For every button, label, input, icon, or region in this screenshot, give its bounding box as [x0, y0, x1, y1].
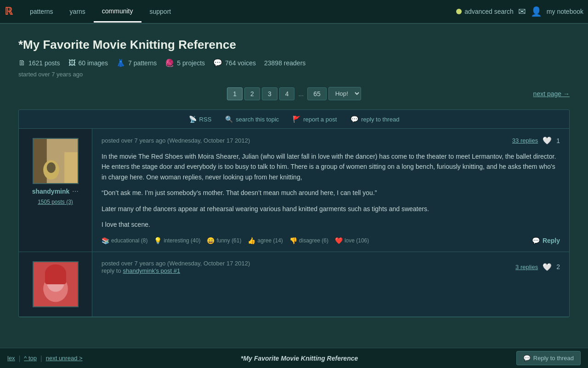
post-avatar-col-1: shandymink ⋯ 1505 posts (3) [19, 129, 92, 252]
reply-btn-1[interactable]: 💬 Reply [532, 237, 560, 244]
main-content: *My Favorite Movie Knitting Reference 🗎 … [0, 24, 588, 317]
reaction-agree[interactable]: 👍 agree (14) [248, 237, 283, 244]
nav-yarns[interactable]: yarns [62, 1, 94, 22]
thread-started: started over 7 years ago [18, 71, 570, 78]
post-body-p4: I love that scene. [102, 219, 560, 230]
nav-patterns[interactable]: patterns [22, 1, 62, 22]
reaction-educational[interactable]: 📚 educational (8) [102, 237, 147, 244]
reply-icon: 💬 [351, 115, 358, 123]
avatar-image-1 [34, 138, 78, 184]
rss-btn[interactable]: 📡 RSS [189, 115, 212, 123]
top-link[interactable]: ^ top [24, 355, 37, 362]
advanced-search-link[interactable]: advanced search [456, 8, 514, 15]
post-date-1: posted over 7 years ago (Wednesday, Octo… [102, 137, 250, 144]
username-menu-1[interactable]: ⋯ [72, 188, 79, 195]
report-post-btn[interactable]: 🚩 report a post [293, 115, 337, 123]
projects-icon: 🧶 [165, 58, 174, 67]
topic-toolbar: 📡 RSS 🔍 search this topic 🚩 report a pos… [19, 110, 569, 129]
stat-patterns: 👗 7 patterns [116, 58, 157, 67]
nav-community[interactable]: community [94, 1, 141, 23]
svg-rect-9 [45, 271, 66, 285]
svg-rect-2 [64, 152, 78, 183]
reaction-disagree[interactable]: 👎 disagree (6) [289, 237, 328, 244]
stat-projects: 🧶 5 projects [165, 58, 205, 67]
my-notebook-link[interactable]: my notebook [547, 8, 583, 15]
stat-posts: 🗎 1621 posts [18, 59, 60, 67]
heart-icon-1: 🤍 [543, 136, 552, 145]
sep2: | [40, 355, 42, 362]
patterns-icon: 👗 [116, 58, 125, 67]
lex-link[interactable]: lex [7, 355, 15, 362]
funny-icon: 😄 [207, 237, 215, 244]
svg-point-4 [46, 162, 55, 173]
stat-voices: 💬 764 voices [213, 58, 256, 67]
post-body-p3: Later many of the dancers appear at rehe… [102, 204, 560, 214]
post-avatar-col-2 [19, 252, 92, 316]
thread-title: *My Favorite Movie Knitting Reference [18, 38, 570, 52]
avatar-2 [33, 261, 79, 307]
username-1[interactable]: shandymink [32, 188, 70, 195]
educational-icon: 📚 [102, 237, 109, 244]
next-page-link[interactable]: next page → [533, 90, 570, 98]
post-meta-2: posted over 7 years ago (Wednesday, Octo… [102, 259, 560, 274]
page-4-btn[interactable]: 4 [279, 87, 295, 100]
replies-link-1[interactable]: 33 replies [512, 137, 538, 144]
nav-support[interactable]: support [141, 1, 180, 22]
sep1: | [19, 355, 21, 362]
post-reactions-1: 📚 educational (8) 💡 interesting (40) 😄 f… [102, 237, 560, 244]
reaction-funny[interactable]: 😄 funny (61) [207, 237, 241, 244]
page-last-btn[interactable]: 65 [307, 87, 327, 100]
bottom-bar: lex | ^ top | next unread > *My Favorite… [0, 348, 588, 368]
post-replies-col-1: 33 replies 🤍 1 [512, 136, 560, 145]
post-num-1: 1 [556, 137, 560, 144]
topic-box: 📡 RSS 🔍 search this topic 🚩 report a pos… [18, 109, 570, 317]
disagree-icon: 👎 [289, 237, 297, 244]
agree-icon: 👍 [248, 237, 255, 244]
next-unread-link[interactable]: next unread > [46, 355, 83, 362]
user-posts-1[interactable]: 1505 posts (3) [38, 199, 73, 205]
stat-images: 🖼 60 images [68, 59, 108, 67]
post-body-p1: In the movie The Red Shoes with Moira Sh… [102, 151, 560, 182]
page-2-btn[interactable]: 2 [244, 87, 260, 100]
user-icon[interactable]: 👤 [531, 6, 542, 17]
reply-to-thread-btn[interactable]: 💬 Reply to thread [516, 351, 581, 365]
avatar-1 [33, 138, 79, 184]
pagination: 1 2 3 4 ... 65 Hop! next page → [18, 87, 570, 100]
love-icon: ❤️ [335, 237, 343, 244]
interesting-icon: 💡 [154, 237, 162, 244]
post-row-1: shandymink ⋯ 1505 posts (3) posted over … [19, 129, 569, 252]
voices-icon: 💬 [213, 58, 222, 67]
hop-select[interactable]: Hop! [328, 87, 361, 100]
stat-readers: 23898 readers [264, 59, 305, 67]
page-dots: ... [296, 90, 305, 98]
post-date-2: posted over 7 years ago (Wednesday, Octo… [102, 260, 250, 267]
reaction-love[interactable]: ❤️ love (106) [335, 237, 369, 244]
search-dot-icon [456, 9, 462, 14]
heart-icon-2: 🤍 [543, 263, 552, 271]
svg-rect-1 [34, 139, 47, 183]
thread-stats: 🗎 1621 posts 🖼 60 images 👗 7 patterns 🧶 … [18, 58, 570, 67]
post-replies-col-2: 3 replies 🤍 2 [515, 263, 560, 271]
reply-bubble-icon: 💬 [532, 237, 540, 244]
reaction-interesting[interactable]: 💡 interesting (40) [154, 237, 200, 244]
search-topic-btn[interactable]: 🔍 search this topic [225, 115, 279, 123]
post-meta-1: posted over 7 years ago (Wednesday, Octo… [102, 136, 560, 145]
mail-icon[interactable]: ✉ [518, 6, 526, 17]
rss-icon: 📡 [189, 115, 197, 123]
navbar: ℝ patterns yarns community support advan… [0, 0, 588, 24]
reply-to-link-2[interactable]: shandymink's post #1 [123, 267, 181, 274]
nav-logo: ℝ [5, 6, 12, 17]
posts-icon: 🗎 [18, 59, 26, 67]
bottom-title: *My Favorite Movie Knitting Reference [86, 355, 513, 362]
post-content-col-2: posted over 7 years ago (Wednesday, Octo… [92, 252, 569, 316]
post-content-col-1: posted over 7 years ago (Wednesday, Octo… [92, 129, 569, 252]
page-3-btn[interactable]: 3 [262, 87, 277, 100]
reply-to-thread-toolbar-btn[interactable]: 💬 reply to thread [351, 115, 399, 123]
reply-to-label: reply to [102, 267, 121, 274]
post-num-2: 2 [556, 263, 560, 270]
nav-right: advanced search ✉ 👤 my notebook [456, 6, 583, 17]
flag-icon: 🚩 [293, 115, 300, 123]
page-1-btn[interactable]: 1 [227, 87, 243, 100]
replies-link-2[interactable]: 3 replies [515, 264, 538, 270]
avatar-image-2 [34, 261, 78, 307]
